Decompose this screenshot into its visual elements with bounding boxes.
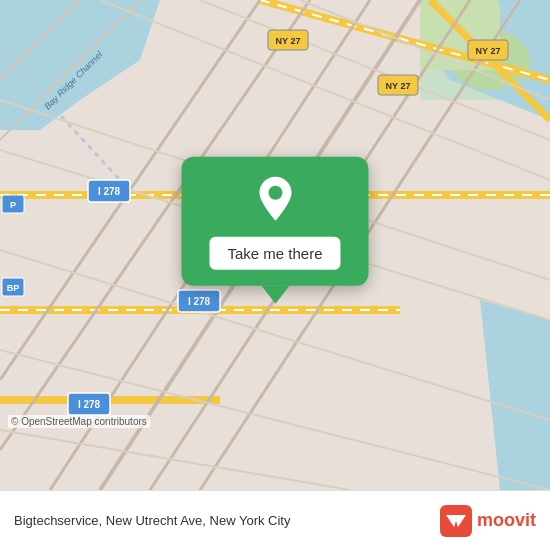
svg-text:NY 27: NY 27 — [386, 81, 411, 91]
take-me-there-button[interactable]: Take me there — [209, 237, 340, 270]
popup-overlay: Take me there — [181, 157, 368, 304]
svg-text:NY 27: NY 27 — [476, 46, 501, 56]
popup-tail — [261, 286, 289, 304]
svg-text:NY 27: NY 27 — [276, 36, 301, 46]
svg-text:I 278: I 278 — [98, 186, 121, 197]
svg-text:BP: BP — [7, 283, 20, 293]
popup-box: Take me there — [181, 157, 368, 286]
svg-text:P: P — [10, 200, 16, 210]
moovit-icon — [440, 505, 472, 537]
moovit-logo: moovit — [440, 505, 536, 537]
svg-point-51 — [268, 186, 282, 200]
bottom-bar: Bigtechservice, New Utrecht Ave, New Yor… — [0, 490, 550, 550]
location-icon-wrapper — [255, 175, 295, 227]
address-text: Bigtechservice, New Utrecht Ave, New Yor… — [14, 513, 440, 528]
copyright-text: © OpenStreetMap contributors — [8, 415, 150, 428]
location-pin-icon — [255, 175, 295, 223]
moovit-text: moovit — [477, 510, 536, 531]
map-container: I 278 I 278 I 278 NY 27 NY 27 NY 27 BP P… — [0, 0, 550, 490]
svg-text:I 278: I 278 — [78, 399, 101, 410]
